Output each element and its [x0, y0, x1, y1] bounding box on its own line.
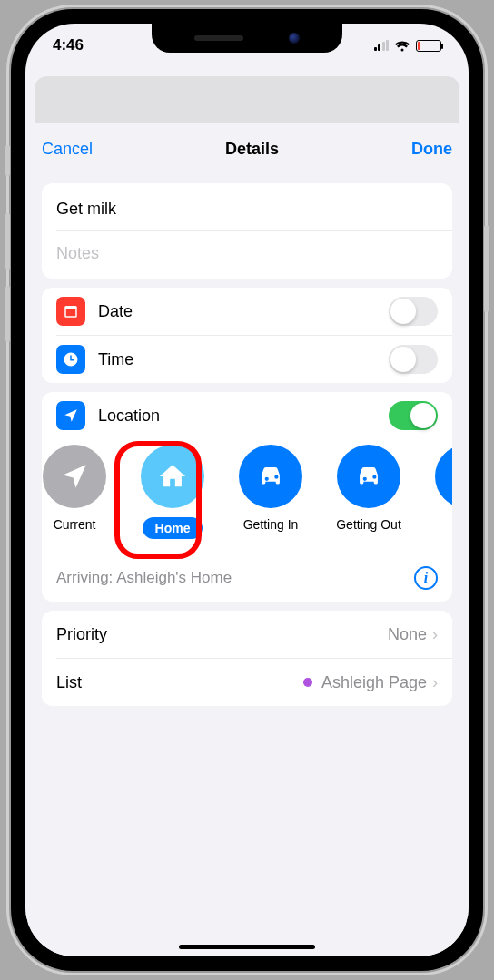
location-option-home[interactable]: Home — [131, 445, 214, 539]
location-icon — [56, 401, 85, 430]
background-card — [35, 76, 459, 131]
speaker — [194, 35, 243, 41]
arriving-row[interactable]: Arriving: Ashleigh's Home i — [42, 554, 452, 602]
calendar-icon — [56, 297, 85, 326]
location-toggle[interactable] — [389, 401, 438, 430]
schedule-card: Date Time — [42, 288, 452, 383]
reminder-title-input[interactable] — [56, 200, 438, 219]
priority-label: Priority — [56, 625, 388, 644]
power-button — [484, 225, 489, 312]
screen: 4:46 Cancel Details Done — [25, 24, 469, 956]
date-label: Date — [98, 302, 389, 321]
wifi-icon — [394, 40, 410, 52]
location-card: Location Current Home — [42, 392, 452, 602]
car-icon — [239, 445, 302, 508]
house-icon — [141, 445, 204, 508]
nav-bar: Cancel Details Done — [25, 123, 469, 174]
cellular-icon — [374, 40, 390, 51]
location-option-getting-in[interactable]: Getting In — [229, 445, 312, 539]
details-sheet: Cancel Details Done Notes Date — [25, 123, 469, 956]
location-option-label: Home — [143, 517, 203, 539]
done-button[interactable]: Done — [411, 140, 452, 159]
page-title: Details — [225, 140, 279, 159]
meta-card: Priority None › List Ashleigh Page › — [42, 611, 452, 706]
chevron-right-icon: › — [432, 673, 438, 692]
location-option-current[interactable]: Current — [42, 445, 116, 539]
front-camera — [289, 33, 300, 44]
clock: 4:46 — [53, 36, 84, 54]
info-icon[interactable]: i — [414, 566, 438, 590]
time-row[interactable]: Time — [42, 336, 452, 383]
location-arrow-icon — [43, 445, 106, 508]
arriving-place: Ashleigh's Home — [116, 569, 232, 586]
location-row[interactable]: Location — [42, 392, 452, 439]
list-label: List — [56, 673, 303, 692]
title-row[interactable] — [42, 183, 452, 230]
location-options-scroll[interactable]: Current Home Getting In — [42, 439, 452, 554]
priority-row[interactable]: Priority None › — [42, 611, 452, 658]
home-indicator[interactable] — [179, 945, 315, 949]
volume-down-button — [5, 286, 10, 342]
notch — [152, 24, 342, 53]
clock-icon — [56, 345, 85, 374]
time-toggle[interactable] — [389, 345, 438, 374]
title-notes-card: Notes — [42, 183, 452, 279]
location-option-custom[interactable]: Cu — [425, 445, 452, 539]
list-value: Ashleigh Page — [321, 673, 427, 692]
volume-up-button — [5, 213, 10, 270]
list-row[interactable]: List Ashleigh Page › — [42, 659, 452, 706]
location-option-getting-out[interactable]: Getting Out — [327, 445, 410, 539]
cancel-button[interactable]: Cancel — [42, 140, 93, 159]
location-label: Location — [98, 407, 389, 426]
mute-switch — [5, 145, 10, 176]
priority-value: None — [388, 625, 427, 644]
battery-icon — [416, 40, 441, 52]
iphone-frame: 4:46 Cancel Details Done — [11, 9, 483, 971]
date-toggle[interactable] — [389, 297, 438, 326]
notes-input[interactable]: Notes — [42, 231, 452, 279]
list-color-dot — [303, 678, 312, 687]
location-option-label: Getting Out — [336, 517, 401, 532]
time-label: Time — [98, 350, 389, 369]
arriving-prefix: Arriving: — [56, 569, 116, 586]
ellipsis-icon — [435, 445, 452, 508]
location-option-label: Getting In — [243, 517, 299, 532]
location-option-label: Current — [54, 517, 96, 532]
date-row[interactable]: Date — [42, 288, 452, 335]
chevron-right-icon: › — [432, 625, 438, 644]
car-icon — [337, 445, 400, 508]
